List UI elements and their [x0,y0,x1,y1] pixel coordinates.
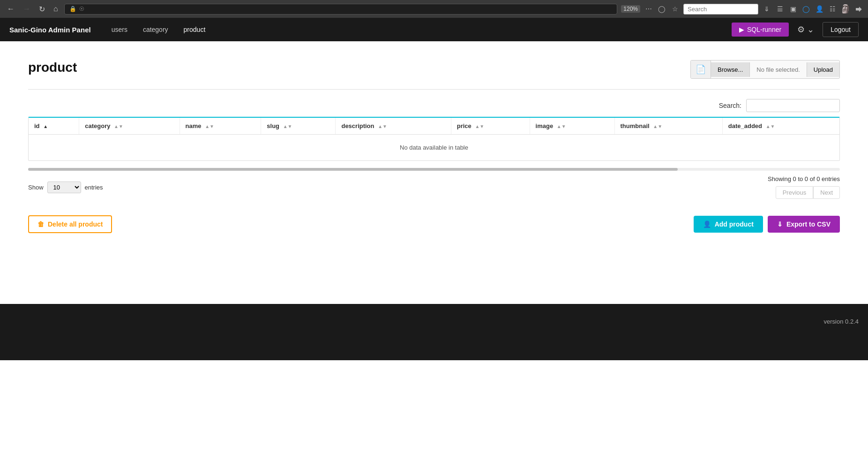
table-wrapper: id ▲ category ▲▼ name ▲▼ slug ▲▼ [28,117,840,161]
export-csv-button[interactable]: ⇓ Export to CSV [768,216,840,233]
entries-select[interactable]: 10 25 50 100 [47,182,81,193]
col-thumbnail[interactable]: thumbnail ▲▼ [614,118,722,135]
zoom-level: 120% [621,5,640,13]
add-user-icon: 👤 [703,220,711,228]
col-slug[interactable]: slug ▲▼ [261,118,336,135]
navbar-right: ▶ SQL-runner ⚙ ⌄ Logout [732,22,859,37]
right-actions: 👤 Add product ⇓ Export to CSV [694,216,840,233]
table-empty-row: No data available in table [29,135,839,161]
divider [28,89,840,90]
settings-button[interactable]: ⚙ ⌄ [793,23,818,37]
profile-icon[interactable]: 👤 [815,4,824,14]
version-text: version 0.2.4 [824,318,859,325]
logout-button[interactable]: Logout [823,22,859,37]
upload-button[interactable]: Upload [807,62,839,77]
library-icon[interactable]: ☰ [775,4,785,14]
col-name[interactable]: name ▲▼ [180,118,261,135]
sort-icon-description: ▲▼ [378,124,387,129]
page-footer: version 0.2.4 [0,304,868,360]
extension-icon[interactable]: 🠲 [854,4,863,14]
pocket-icon[interactable]: ◯ [657,4,666,14]
next-button[interactable]: Next [813,186,840,199]
nav-category[interactable]: category [136,23,175,36]
main-content: product 📄 Browse... No file selected. Up… [0,41,868,304]
back-button[interactable]: ← [5,4,17,14]
sort-icon-slug: ▲▼ [283,124,292,129]
more-options-icon[interactable]: ⋯ [644,4,653,14]
security-icon: 🔒 [69,6,76,12]
upload-filename: No file selected. [750,62,807,77]
search-row: Search: [28,99,840,112]
sort-icon-image: ▲▼ [557,124,566,129]
trash-icon: 🗑 [37,220,44,228]
product-table: id ▲ category ▲▼ name ▲▼ slug ▲▼ [29,118,839,160]
add-product-button[interactable]: 👤 Add product [694,216,763,233]
play-icon: ▶ [739,26,744,33]
sql-runner-button[interactable]: ▶ SQL-runner [732,23,789,37]
download-icon[interactable]: ⇓ [762,4,771,14]
avatar-icon[interactable]: 🗿 [841,4,850,14]
nav-product[interactable]: product [177,23,212,36]
delete-all-button[interactable]: 🗑 Delete all product [28,215,112,233]
nav-users[interactable]: users [105,23,134,36]
page-title: product [28,60,77,75]
sort-icon-category: ▲▼ [114,124,123,129]
table-body: No data available in table [29,135,839,161]
sort-icon-id: ▲ [43,124,48,129]
col-price[interactable]: price ▲▼ [451,118,530,135]
col-id[interactable]: id ▲ [29,118,79,135]
app-brand: Sanic-Gino Admin Panel [9,26,91,34]
upload-section: 📄 Browse... No file selected. Upload [690,60,840,79]
bookmark-icon[interactable]: ☆ [670,4,680,14]
col-image[interactable]: image ▲▼ [530,118,614,135]
file-icon: 📄 [691,61,711,78]
app-navbar: Sanic-Gino Admin Panel users category pr… [0,18,868,41]
show-entries: Show 10 25 50 100 entries [28,182,103,193]
sort-icon-thumbnail: ▲▼ [653,124,662,129]
download-csv-icon: ⇓ [777,220,783,228]
no-data-message: No data available in table [29,135,839,161]
col-category[interactable]: category ▲▼ [79,118,180,135]
address-bar: 🔒 ☉ 0.0.0.0:5000/admin/product [64,4,618,15]
browser-search-input[interactable] [683,4,758,15]
upload-box: 📄 Browse... No file selected. Upload [690,60,840,79]
bottom-actions: 🗑 Delete all product 👤 Add product ⇓ Exp… [28,206,840,238]
shield-icon: ☉ [79,6,84,12]
search-label: Search: [719,102,741,109]
previous-button[interactable]: Previous [776,186,814,199]
pagination: Previous Next [776,186,840,199]
url-input[interactable]: 0.0.0.0:5000/admin/product [87,6,613,13]
home-button[interactable]: ⌂ [51,4,60,14]
reader-icon[interactable]: ▣ [788,4,798,14]
browse-button[interactable]: Browse... [711,62,750,77]
table-header: id ▲ category ▲▼ name ▲▼ slug ▲▼ [29,118,839,135]
col-description[interactable]: description ▲▼ [336,118,451,135]
navbar-links: users category product [105,23,732,36]
sync-icon[interactable]: ◯ [801,4,811,14]
grid-icon[interactable]: ☷ [828,4,837,14]
forward-button[interactable]: → [21,4,33,14]
show-label: Show [28,184,44,191]
sort-icon-price: ▲▼ [475,124,484,129]
refresh-button[interactable]: ↻ [37,4,47,15]
search-input[interactable] [746,99,840,112]
entries-label: entries [85,184,103,191]
sort-icon-name: ▲▼ [205,124,214,129]
col-date-added[interactable]: date_added ▲▼ [722,118,839,135]
table-footer: Show 10 25 50 100 entries Showing 0 to 0… [28,171,840,206]
showing-info: Showing 0 to 0 of 0 entries [768,175,840,182]
browser-chrome: ← → ↻ ⌂ 🔒 ☉ 0.0.0.0:5000/admin/product 1… [0,0,868,18]
sort-icon-date-added: ▲▼ [766,124,775,129]
